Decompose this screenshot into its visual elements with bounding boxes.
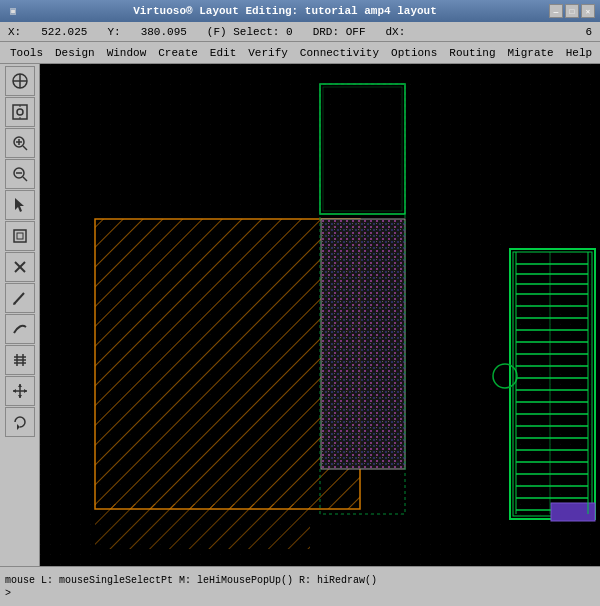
menu-window[interactable]: Window bbox=[102, 46, 152, 60]
menu-help[interactable]: Help bbox=[561, 46, 597, 60]
svg-marker-14 bbox=[15, 198, 24, 212]
title-bar: ▣ Virtuoso® Layout Editing: tutorial amp… bbox=[0, 0, 600, 22]
select-arrow-tool[interactable] bbox=[5, 190, 35, 220]
zoom-in-tool[interactable] bbox=[5, 128, 35, 158]
menu-tools[interactable]: Tools bbox=[5, 46, 48, 60]
svg-rect-47 bbox=[321, 219, 405, 469]
svg-rect-3 bbox=[13, 105, 27, 119]
y-value: 380.095 bbox=[141, 26, 187, 38]
select-tool[interactable] bbox=[5, 66, 35, 96]
svg-marker-29 bbox=[18, 395, 22, 398]
zoom-out-tool[interactable] bbox=[5, 159, 35, 189]
menu-design[interactable]: Design bbox=[50, 46, 100, 60]
y-label: Y: bbox=[107, 26, 120, 38]
svg-point-4 bbox=[17, 109, 23, 115]
status-line-1: mouse L: mouseSingleSelectPt M: leHiMous… bbox=[5, 574, 595, 587]
counter-text: 6 bbox=[585, 26, 592, 38]
wire-tool[interactable] bbox=[5, 314, 35, 344]
svg-marker-31 bbox=[24, 389, 27, 393]
menu-verify[interactable]: Verify bbox=[243, 46, 293, 60]
status-line-2: > bbox=[5, 587, 595, 600]
menu-bar: Tools Design Window Create Edit Verify C… bbox=[0, 42, 600, 64]
svg-rect-15 bbox=[14, 230, 26, 242]
drd-text: DRD: OFF bbox=[313, 26, 366, 38]
pencil-tool[interactable] bbox=[5, 283, 35, 313]
main-area bbox=[0, 64, 600, 566]
menu-create[interactable]: Create bbox=[153, 46, 203, 60]
status-bar: mouse L: mouseSingleSelectPt M: leHiMous… bbox=[0, 566, 600, 606]
stretch-tool[interactable] bbox=[5, 221, 35, 251]
menu-connectivity[interactable]: Connectivity bbox=[295, 46, 384, 60]
cut-tool[interactable] bbox=[5, 252, 35, 282]
menu-edit[interactable]: Edit bbox=[205, 46, 241, 60]
svg-rect-16 bbox=[17, 233, 23, 239]
menu-options[interactable]: Options bbox=[386, 46, 442, 60]
canvas-area[interactable] bbox=[40, 64, 600, 566]
dx-label: dX: bbox=[385, 26, 405, 38]
svg-line-8 bbox=[23, 146, 27, 150]
menu-migrate[interactable]: Migrate bbox=[503, 46, 559, 60]
zoom-fit-tool[interactable] bbox=[5, 97, 35, 127]
window-controls[interactable]: — □ ✕ bbox=[549, 4, 595, 18]
x-label: X: bbox=[8, 26, 21, 38]
menu-routing[interactable]: Routing bbox=[444, 46, 500, 60]
svg-line-19 bbox=[14, 293, 24, 304]
svg-marker-30 bbox=[13, 389, 16, 393]
minimize-button[interactable]: — bbox=[549, 4, 563, 18]
svg-marker-28 bbox=[18, 384, 22, 387]
toolbar bbox=[0, 64, 40, 566]
layout-canvas bbox=[40, 64, 600, 566]
grid-tool[interactable] bbox=[5, 345, 35, 375]
x-value: 522.025 bbox=[41, 26, 87, 38]
move-tool[interactable] bbox=[5, 376, 35, 406]
coords-bar: X: 522.025 Y: 380.095 (F) Select: 0 DRD:… bbox=[0, 22, 600, 42]
close-button[interactable]: ✕ bbox=[581, 4, 595, 18]
title-text: Virtuoso® Layout Editing: tutorial amp4 … bbox=[21, 5, 549, 17]
svg-line-12 bbox=[23, 177, 27, 181]
svg-rect-74 bbox=[95, 504, 310, 549]
svg-marker-32 bbox=[17, 424, 20, 430]
rotate-tool[interactable] bbox=[5, 407, 35, 437]
mode-text: (F) Select: 0 bbox=[207, 26, 293, 38]
maximize-button[interactable]: □ bbox=[565, 4, 579, 18]
